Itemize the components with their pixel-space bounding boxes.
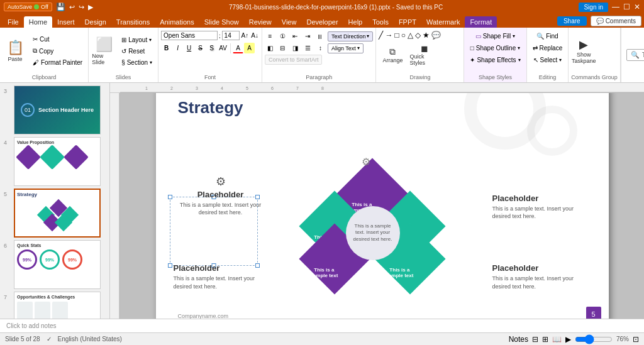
italic-button[interactable]: I (172, 43, 183, 53)
section-button[interactable]: § Section ▾ (118, 57, 155, 68)
reset-button[interactable]: ↺ Reset (118, 46, 155, 57)
close-button[interactable]: ✕ (634, 3, 640, 11)
placeholder-top-right[interactable]: Placeholder This is a sample text. Inser… (492, 194, 590, 221)
slide-item-5[interactable]: 5 Strategy (4, 189, 107, 238)
tab-watermark[interactable]: Watermark (421, 16, 465, 28)
shape-outline-button[interactable]: □ Shape Outline ▾ (467, 43, 523, 53)
tab-home[interactable]: Home (24, 16, 52, 28)
align-text-button[interactable]: Align Text ▾ (328, 43, 364, 53)
find-button[interactable]: 🔍 Find (533, 31, 561, 41)
tab-insert[interactable]: Insert (52, 16, 80, 28)
maximize-button[interactable]: ☐ (623, 3, 630, 11)
layout-button[interactable]: ⊞ Layout ▾ (118, 35, 155, 45)
signin-button[interactable]: Sign in (579, 3, 608, 12)
triangle-shape[interactable]: △ (408, 31, 413, 40)
tab-developer[interactable]: Developer (301, 16, 343, 28)
quick-styles-button[interactable]: ◼ Quick Styles (409, 42, 440, 67)
placeholder-bottom-right[interactable]: Placeholder This is a sample text. Inser… (492, 263, 590, 290)
font-size-input[interactable] (222, 31, 240, 40)
comments-button[interactable]: 💬 Comments (591, 16, 641, 26)
present-icon[interactable]: ▶ (88, 3, 93, 11)
highlight-button[interactable]: A (244, 43, 255, 53)
align-center-button[interactable]: ⊟ (277, 43, 288, 53)
align-right-button[interactable]: ◨ (290, 43, 301, 53)
slide-item-7[interactable]: 7 Opportunities & Challenges (4, 292, 107, 319)
tab-review[interactable]: Review (244, 16, 277, 28)
reading-view-button[interactable]: 📖 (552, 335, 562, 344)
strikethrough-button[interactable]: S (195, 43, 206, 53)
arrow-shape[interactable]: → (385, 31, 392, 40)
placeholder-top-left[interactable]: ⚙ Placeholder This is a sample text. Ins… (174, 175, 268, 217)
minimize-button[interactable]: — (612, 3, 619, 11)
bullets-button[interactable]: ≡ (265, 31, 275, 41)
convert-smartart-button[interactable]: Convert to SmartArt (265, 55, 323, 65)
new-slide-button[interactable]: ⬜ New Slide (91, 35, 116, 67)
numbering-button[interactable]: ① (277, 31, 288, 41)
paste-button[interactable]: 📋 Paste (3, 35, 28, 67)
text-direction-button[interactable]: Text Direction ▾ (328, 31, 374, 41)
increase-indent-button[interactable]: ⇥ (303, 31, 313, 41)
decrease-font-button[interactable]: A↓ (250, 31, 259, 40)
diamond-shape[interactable]: ◇ (415, 31, 421, 40)
font-name-input[interactable] (161, 31, 218, 40)
columns-button[interactable]: ⫼ (315, 31, 326, 41)
tab-file[interactable]: File (3, 16, 24, 28)
callout-shape[interactable]: 💬 (431, 31, 441, 40)
tab-transitions[interactable]: Transitions (111, 16, 155, 28)
slide-item-4[interactable]: 4 Value Proposition (4, 137, 107, 186)
fit-to-window-button[interactable]: ⊡ (633, 335, 639, 344)
search-box[interactable]: 🔍 (626, 49, 644, 61)
oval-shape[interactable]: ○ (401, 31, 406, 40)
notes-area[interactable]: Click to add notes (0, 319, 644, 332)
tab-view[interactable]: View (277, 16, 302, 28)
align-left-button[interactable]: ◧ (265, 43, 275, 53)
increase-font-button[interactable]: A↑ (241, 31, 250, 40)
arrange-button[interactable]: ⧉ Arrange (379, 42, 406, 67)
shape-fill-button[interactable]: ▭ Shape Fill ▾ (472, 31, 518, 41)
select-button[interactable]: ↖ Select ▾ (530, 55, 565, 65)
undo-icon[interactable]: ↩ (69, 3, 75, 11)
redo-icon[interactable]: ↪ (79, 3, 84, 11)
tab-format[interactable]: Format (465, 16, 497, 28)
star-shape[interactable]: ★ (423, 31, 430, 40)
format-painter-button[interactable]: 🖌 Format Painter (30, 57, 86, 68)
slide-item-3[interactable]: 3 01 Section Header Here (4, 85, 107, 134)
diamond-center[interactable]: This is a sample text. Insert your desir… (346, 206, 400, 260)
comments-icon: 💬 (596, 18, 604, 25)
tab-tools[interactable]: Tools (367, 16, 394, 28)
justify-button[interactable]: ☰ (303, 43, 313, 53)
cut-button[interactable]: ✂ Cut (30, 34, 86, 45)
underline-button[interactable]: U (184, 43, 194, 53)
shape-effects-button[interactable]: ✦ Shape Effects ▾ (467, 55, 523, 65)
slide-item-6[interactable]: 6 Quick Stats 99% 99% 99% (4, 240, 107, 289)
replace-button[interactable]: ⇄ Replace (530, 43, 566, 53)
decrease-indent-button[interactable]: ⇤ (290, 31, 301, 41)
slide-sorter-button[interactable]: ⊞ (542, 335, 548, 344)
rect-shape[interactable]: □ (394, 31, 399, 40)
tab-fppt[interactable]: FPPT (394, 16, 421, 28)
slide-canvas[interactable]: Strategy ⚙ (156, 93, 609, 319)
line-spacing-button[interactable]: ↕ (315, 43, 326, 53)
tab-help[interactable]: Help (343, 16, 368, 28)
normal-view-button[interactable]: ⊟ (532, 335, 538, 344)
notes-toggle[interactable]: Notes (509, 335, 528, 344)
slide4-shape3 (64, 145, 89, 170)
copy-button[interactable]: ⧉ Copy (30, 45, 86, 57)
font-color-button[interactable]: A (233, 43, 243, 53)
status-right: Notes ⊟ ⊞ 📖 ▶ 76% ⊡ (509, 334, 639, 344)
placeholder-bottom-left[interactable]: Placeholder This is a sample text. Inser… (174, 263, 268, 290)
char-spacing-button[interactable]: AV (218, 43, 228, 53)
slideshow-button[interactable]: ▶ (565, 335, 571, 344)
zoom-slider[interactable] (575, 334, 613, 344)
bold-button[interactable]: B (161, 43, 172, 53)
shadow-button[interactable]: S (206, 43, 217, 53)
tab-design[interactable]: Design (80, 16, 111, 28)
share-button[interactable]: Share (557, 16, 587, 26)
tab-slideshow[interactable]: Slide Show (199, 16, 244, 28)
quick-save-icon[interactable]: 💾 (56, 3, 65, 11)
tab-animations[interactable]: Animations (155, 16, 199, 28)
autosave-control[interactable]: AutoSave Off (4, 3, 52, 11)
slide-title[interactable]: Strategy (178, 98, 243, 118)
line-shape[interactable]: ╱ (379, 31, 383, 40)
show-taskpane-button[interactable]: ▶ Show Taskpane (571, 35, 596, 67)
